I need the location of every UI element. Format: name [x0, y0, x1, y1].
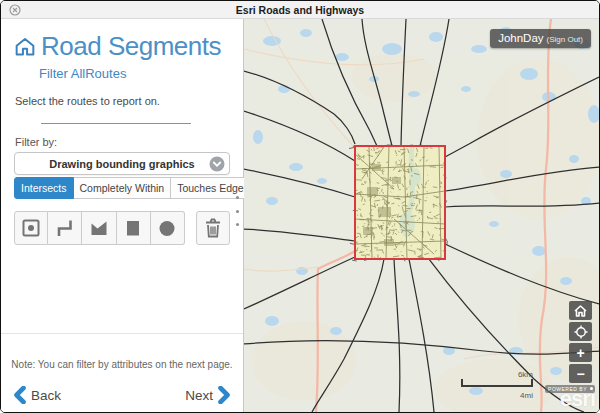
scale-line — [461, 385, 533, 387]
zoom-in-button[interactable]: + — [569, 343, 592, 362]
scale-km-label: 6km — [518, 370, 533, 379]
instruction-text: Select the routes to report on. — [15, 95, 229, 107]
sign-out-label: (Sign Out) — [547, 35, 583, 44]
draw-polyline-button[interactable] — [48, 211, 82, 245]
trash-icon — [201, 216, 225, 240]
home-widget-icon — [15, 37, 35, 57]
panel-footer: Note: You can filter by attributes on th… — [1, 333, 243, 412]
polygon-icon — [87, 216, 111, 240]
map-container: JohnDay (Sign Out) + — [244, 19, 599, 412]
filter-method-dropdown[interactable]: Drawing bounding graphics — [14, 152, 230, 175]
plus-icon: + — [576, 346, 584, 360]
tab-completely-within[interactable]: Completely Within — [74, 177, 172, 199]
draw-rectangle-button[interactable] — [117, 211, 151, 245]
next-label: Next — [185, 388, 213, 403]
scale-bar: 6km 4mi — [461, 375, 533, 397]
tab-label: Intersects — [21, 182, 67, 194]
tab-label: Completely Within — [80, 182, 165, 194]
map-canvas[interactable] — [244, 19, 599, 412]
divider — [41, 123, 191, 124]
clear-graphics-button[interactable] — [196, 211, 230, 245]
bounding-box-graphic[interactable] — [355, 146, 445, 259]
scale-mi-label: 4mi — [520, 391, 533, 400]
back-label: Back — [31, 388, 61, 403]
back-button[interactable]: Back — [13, 386, 61, 404]
filter-by-label: Filter by: — [15, 136, 229, 148]
rectangle-icon — [121, 216, 145, 240]
title-bar: Esri Roads and Highways — [1, 1, 599, 19]
subtitle-filter-allroutes: Filter AllRoutes — [39, 66, 229, 81]
user-sign-out-button[interactable]: JohnDay (Sign Out) — [490, 29, 591, 48]
scale-tick — [531, 379, 533, 387]
chevron-right-icon — [218, 386, 231, 404]
close-icon[interactable] — [9, 4, 21, 16]
user-name: JohnDay — [498, 32, 543, 44]
locate-icon — [574, 325, 588, 339]
panel-resize-handle[interactable] — [234, 196, 240, 226]
home-icon — [574, 305, 587, 317]
draw-circle-button[interactable] — [151, 211, 185, 245]
esri-attribution: POWERED BY esri — [545, 370, 595, 410]
note-text: Note: You can filter by attributes on th… — [1, 359, 243, 370]
app-window: Esri Roads and Highways Road Segments Fi… — [0, 0, 600, 413]
app-title: Esri Roads and Highways — [236, 4, 364, 16]
home-extent-button[interactable] — [569, 301, 592, 320]
powered-by-label: POWERED BY — [545, 385, 595, 393]
draw-polygon-button[interactable] — [82, 211, 116, 245]
filter-panel: Road Segments Filter AllRoutes Select th… — [1, 19, 244, 412]
draw-point-button[interactable] — [14, 211, 48, 245]
polyline-icon — [53, 216, 77, 240]
draw-toolbar — [14, 211, 230, 245]
tab-intersects[interactable]: Intersects — [14, 177, 74, 199]
point-icon — [19, 216, 43, 240]
circle-icon — [155, 216, 179, 240]
tab-label: Touches Edge — [177, 182, 244, 194]
chevron-down-icon — [209, 156, 225, 172]
locate-button[interactable] — [569, 322, 592, 341]
next-button[interactable]: Next — [185, 386, 231, 404]
spatial-relation-tabs: Intersects Completely Within Touches Edg… — [14, 177, 230, 199]
chevron-left-icon — [13, 386, 26, 404]
dropdown-selected-value: Drawing bounding graphics — [49, 158, 194, 170]
page-title: Road Segments — [41, 31, 221, 62]
